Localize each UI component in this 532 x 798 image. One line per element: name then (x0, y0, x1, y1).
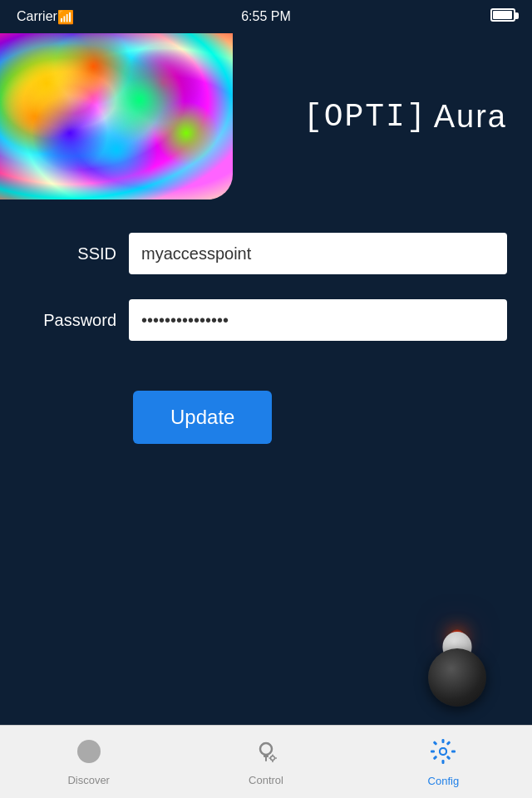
svg-rect-9 (275, 757, 277, 759)
header: [OPTI] Aura (0, 33, 532, 200)
tab-bar: Discover Control (0, 725, 532, 798)
status-bar: Carrier 📶 6:55 PM (0, 0, 532, 33)
svg-point-0 (77, 740, 101, 763)
svg-rect-14 (451, 750, 456, 752)
battery-indicator (490, 8, 515, 25)
password-row: Password (25, 299, 507, 341)
svg-point-20 (441, 749, 446, 754)
update-button[interactable]: Update (133, 391, 272, 444)
svg-rect-18 (433, 741, 438, 746)
wifi-icon: 📶 (57, 9, 74, 25)
logo-area: [OPTI] Aura (303, 99, 507, 135)
logo-opti: [OPTI] (303, 99, 427, 135)
svg-rect-8 (268, 757, 270, 759)
svg-rect-13 (431, 750, 435, 752)
header-image (0, 33, 233, 200)
svg-rect-7 (272, 761, 273, 762)
svg-rect-12 (442, 760, 445, 764)
ssid-row: SSID (25, 233, 507, 274)
password-label: Password (25, 311, 116, 330)
svg-rect-6 (272, 754, 273, 756)
logo-aura: Aura (434, 99, 507, 135)
ssid-label: SSID (25, 244, 116, 264)
svg-rect-15 (446, 741, 451, 746)
tab-config-label: Config (428, 775, 460, 787)
tab-discover[interactable]: Discover (0, 726, 177, 798)
device-decoration (407, 632, 507, 732)
control-icon (253, 738, 279, 771)
discover-icon (76, 738, 102, 771)
tab-control-label: Control (249, 774, 283, 786)
svg-rect-11 (442, 739, 445, 743)
config-icon (429, 737, 457, 771)
tab-discover-label: Discover (67, 774, 110, 786)
svg-rect-16 (433, 755, 438, 760)
svg-point-1 (260, 743, 272, 755)
tab-control[interactable]: Control (177, 726, 354, 798)
tab-config[interactable]: Config (355, 726, 532, 798)
main-content: SSID Password Update (0, 200, 532, 502)
time-label: 6:55 PM (241, 9, 291, 24)
carrier-label: Carrier (17, 9, 57, 24)
svg-rect-17 (446, 755, 451, 760)
update-section: Update (0, 366, 532, 469)
ssid-input[interactable] (129, 233, 507, 274)
password-input[interactable] (129, 299, 507, 341)
